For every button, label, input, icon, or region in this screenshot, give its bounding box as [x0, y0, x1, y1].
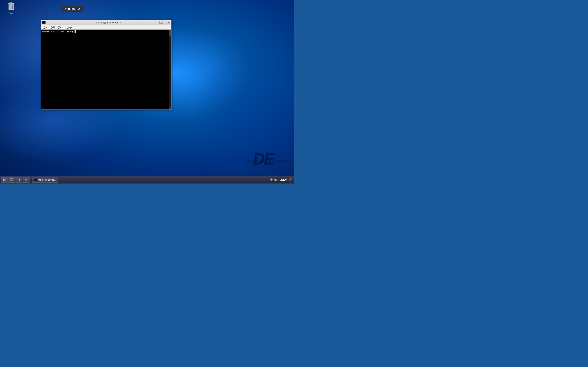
- scrollbar-end[interactable]: ▼: [169, 107, 171, 109]
- nav-forward-icon: [25, 178, 28, 182]
- svg-rect-1: [10, 2, 12, 3]
- terminal-scrollbar[interactable]: ▼: [169, 30, 171, 109]
- trash-icon-image: [7, 2, 15, 11]
- terminal-taskbar-icon: $_: [34, 178, 37, 181]
- system-tray: [268, 178, 278, 182]
- terminal-menubar: File Edit Tabs Help: [41, 25, 171, 30]
- trash-label: Trash: [8, 12, 14, 15]
- trash-icon[interactable]: Trash: [4, 2, 18, 15]
- close-button[interactable]: ✕: [167, 21, 170, 24]
- restore-button[interactable]: □: [163, 21, 166, 24]
- show-desktop-button[interactable]: [8, 177, 15, 183]
- volume-icon[interactable]: [274, 178, 277, 182]
- svg-rect-12: [10, 181, 13, 181]
- terminal-prompt: mininet@mininet-vm:~$: [42, 30, 75, 33]
- svg-marker-20: [274, 178, 276, 181]
- start-icon: K: [3, 178, 6, 182]
- svg-text:$_: $_: [34, 179, 36, 181]
- svg-rect-19: [270, 179, 273, 180]
- scrollbar-thumb[interactable]: [169, 30, 171, 36]
- show-desktop-icon: [10, 178, 13, 182]
- kde-logo-subtitle: SKTOP ENVIRONMENT: [246, 160, 288, 163]
- desktop: DE SKTOP ENVIRONMENT Trash mininet2_2 $_: [0, 0, 294, 184]
- menu-tabs[interactable]: Tabs: [57, 25, 65, 29]
- window-controls: _ □ ✕: [159, 21, 170, 24]
- nav-back-icon: [17, 178, 21, 182]
- menu-file[interactable]: File: [42, 25, 49, 29]
- svg-text:$_: $_: [43, 22, 44, 24]
- svg-marker-13: [18, 179, 20, 181]
- terminal-taskbar-item[interactable]: $_ mininet@minine...: [32, 177, 58, 183]
- minimize-button[interactable]: _: [159, 21, 163, 24]
- terminal-window[interactable]: $_ mininet@mininet-vm: ~ _ □ ✕ File Edit…: [41, 20, 172, 110]
- menu-edit[interactable]: Edit: [49, 25, 57, 29]
- taskbar-clock[interactable]: 23:30: [279, 178, 288, 181]
- nav-back-button[interactable]: [16, 177, 22, 183]
- power-icon[interactable]: [289, 178, 292, 182]
- terminal-cursor: [75, 30, 76, 33]
- nav-forward-button[interactable]: [23, 177, 30, 183]
- terminal-titlebar: $_ mininet@mininet-vm: ~ _ □ ✕: [41, 20, 171, 25]
- svg-marker-14: [26, 179, 27, 181]
- menu-help[interactable]: Help: [65, 25, 73, 29]
- terminal-body[interactable]: mininet@mininet-vm:~$ ▼: [41, 30, 171, 109]
- terminal-titlebar-icon: $_: [42, 21, 45, 24]
- network-icon[interactable]: [269, 178, 273, 182]
- taskbar: K $_ mininet@m: [0, 176, 294, 184]
- kde-logo: DE: [253, 151, 274, 167]
- start-button[interactable]: K: [1, 177, 8, 183]
- terminal-taskbar-label: mininet@minine...: [38, 179, 56, 181]
- taskbar-separator-1: [31, 177, 31, 182]
- terminal-title: mininet@mininet-vm: ~: [47, 21, 170, 24]
- svg-text:K: K: [3, 179, 4, 181]
- svg-rect-11: [10, 178, 13, 181]
